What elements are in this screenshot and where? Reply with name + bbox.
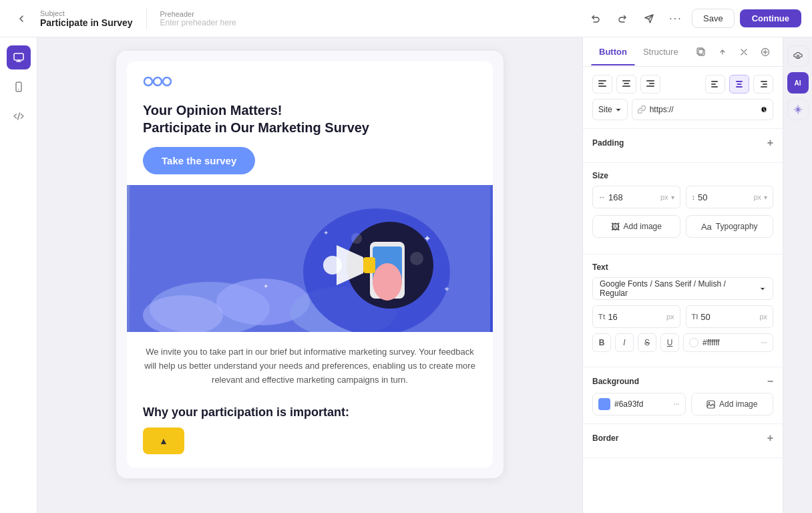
strikethrough-button[interactable]: S (638, 333, 656, 352)
add-icon[interactable] (756, 43, 775, 61)
right-panel: Button Structure (582, 37, 783, 513)
text-color-swatch[interactable]: #ffffff (683, 333, 773, 352)
copy-icon[interactable] (692, 43, 710, 61)
align-left-button[interactable] (592, 75, 612, 94)
link-type-select[interactable]: Site (592, 99, 628, 120)
svg-rect-37 (711, 83, 716, 85)
height-input[interactable] (698, 192, 751, 202)
svg-text:✦: ✦ (263, 283, 268, 290)
tab-structure[interactable]: Structure (635, 39, 686, 65)
sparkle-icon[interactable] (787, 99, 809, 120)
width-icon: ↔ (598, 193, 606, 201)
bg-color-swatch (598, 398, 610, 410)
email-canvas: Your Opinion Matters! Participate in Our… (116, 51, 503, 478)
padding-add-button[interactable]: + (767, 137, 773, 149)
letter-spacing-icon: TI (692, 313, 698, 321)
text-align-center-button[interactable] (729, 75, 749, 94)
email-content: Your Opinion Matters! Participate in Our… (127, 61, 493, 468)
undo-button[interactable] (585, 8, 606, 29)
svg-point-4 (154, 77, 162, 86)
continue-button[interactable]: Continue (740, 9, 801, 27)
svg-point-50 (676, 403, 677, 405)
subject-block: Subject Participate in Survey (40, 9, 133, 28)
underline-button[interactable]: U (660, 333, 679, 352)
email-section-title: Why your participation is important: (127, 400, 493, 428)
letter-spacing-unit: px (759, 313, 767, 321)
redo-button[interactable] (612, 8, 633, 29)
svg-rect-36 (711, 81, 718, 82)
add-image-button[interactable]: 🖼 Add image (592, 215, 680, 238)
cta-yellow-button[interactable]: ▲ (143, 428, 184, 454)
width-input[interactable] (608, 192, 658, 202)
email-headline: Your Opinion Matters! Participate in Our… (127, 96, 493, 147)
more-button[interactable]: ··· (665, 8, 686, 29)
main-layout: Your Opinion Matters! Participate in Our… (0, 37, 812, 513)
move-up-icon[interactable] (713, 43, 732, 61)
color-swatch-dots (761, 339, 767, 346)
text-section: Text Google Fonts / Sans Serif / Mulish … (583, 254, 783, 367)
image-icon: 🖼 (611, 222, 620, 232)
svg-point-22 (410, 252, 423, 265)
svg-rect-38 (711, 86, 718, 88)
bold-button[interactable]: B (592, 333, 611, 352)
background-section: Background − #6a93fd Add image (583, 367, 783, 424)
letter-spacing-input[interactable] (700, 312, 757, 322)
sidebar-desktop-icon[interactable] (7, 45, 31, 69)
height-chevron-icon: ▾ (764, 194, 767, 201)
preheader-block: Preheader Enter preheader here (160, 10, 236, 27)
align-row (592, 75, 773, 94)
svg-text:✦: ✦ (323, 229, 329, 236)
border-section: Border + (583, 424, 783, 458)
typography-icon: Aa (701, 222, 712, 232)
bg-image-button[interactable]: Add image (691, 393, 774, 415)
svg-rect-24 (698, 49, 704, 55)
text-align-left-button[interactable] (705, 75, 725, 94)
sidebar-code-icon[interactable] (7, 104, 31, 128)
background-collapse-button[interactable]: − (767, 375, 773, 387)
font-select[interactable]: Google Fonts / Sans Serif / Mulish / Reg… (592, 277, 773, 300)
email-body-text: We invite you to take part in our brief … (127, 332, 493, 400)
settings-icon[interactable] (787, 45, 809, 67)
padding-label: Padding + (592, 137, 773, 149)
bg-color-swatch-wrap[interactable]: #6a93fd (592, 393, 686, 415)
svg-rect-39 (736, 81, 743, 82)
svg-rect-32 (622, 86, 630, 87)
align-center-button[interactable] (616, 75, 636, 94)
text-color-circle (689, 338, 698, 347)
width-chevron-icon: ▾ (671, 194, 674, 201)
font-size-wrap: Tt px (592, 305, 680, 328)
back-button[interactable] (11, 8, 32, 29)
svg-text:✦: ✦ (443, 285, 450, 294)
background-label: Background − (592, 375, 773, 387)
survey-button[interactable]: Take the survey (143, 147, 255, 174)
svg-point-48 (765, 342, 767, 343)
align-right-button[interactable] (640, 75, 660, 94)
height-unit: px (753, 193, 761, 201)
svg-rect-29 (598, 86, 606, 87)
typography-button[interactable]: Aa Typography (686, 215, 774, 238)
link-row: Site (592, 99, 773, 120)
topbar: Subject Participate in Survey Preheader … (0, 0, 812, 37)
svg-rect-30 (622, 80, 630, 81)
svg-rect-16 (363, 257, 375, 273)
height-input-wrap: ↕ px ▾ (686, 186, 774, 208)
svg-rect-31 (624, 83, 629, 84)
svg-point-46 (761, 342, 763, 343)
subject-label: Subject (40, 9, 133, 17)
font-size-icon: Tt (598, 313, 605, 321)
font-size-input[interactable] (608, 312, 663, 322)
send-button[interactable] (638, 8, 660, 29)
svg-rect-27 (598, 80, 606, 81)
link-url-input[interactable] (650, 105, 757, 114)
size-row: ↔ px ▾ ↕ px ▾ (592, 186, 773, 208)
svg-point-23 (351, 233, 362, 244)
text-align-right-button[interactable] (753, 75, 773, 94)
border-collapse-button[interactable]: + (767, 432, 773, 444)
ai-button[interactable]: AI (787, 72, 809, 94)
sidebar-mobile-icon[interactable] (7, 75, 31, 99)
tab-button[interactable]: Button (591, 39, 635, 65)
italic-button[interactable]: I (615, 333, 634, 352)
save-button[interactable]: Save (692, 9, 735, 28)
svg-rect-42 (761, 81, 767, 82)
close-icon[interactable] (735, 43, 753, 61)
